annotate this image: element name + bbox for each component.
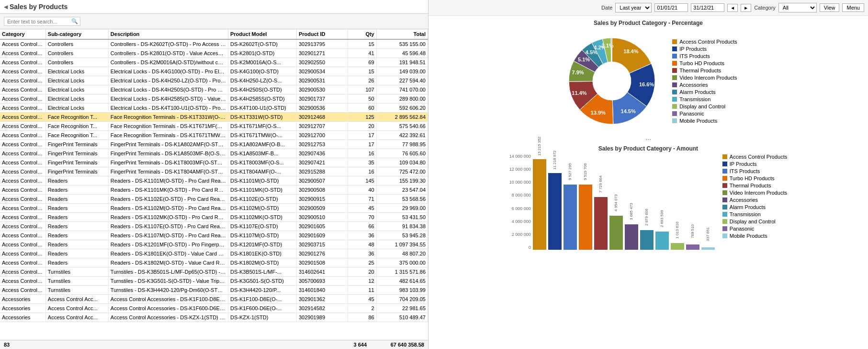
bar-item[interactable] — [701, 247, 715, 250]
svg-text:13.9%: 13.9% — [591, 110, 606, 116]
table-cell: Access Control Pro... — [0, 85, 45, 94]
table-cell: 302912468 — [296, 113, 348, 122]
bar-item[interactable] — [671, 243, 684, 250]
table-row[interactable]: Access Control Pro...ControllersControll… — [0, 39, 428, 49]
bar-legend-item: Display and Control — [722, 219, 787, 224]
table-cell: 302901989 — [296, 313, 348, 322]
bar-value-label: 7 729 664 — [598, 172, 603, 196]
table-row[interactable]: Access Control Pro...FingerPrint Termina… — [0, 149, 428, 158]
col-header-category[interactable]: Category — [0, 29, 45, 39]
bar-wrapper[interactable]: 13 215 352 — [533, 134, 546, 250]
bar-wrapper[interactable]: 1 013 610 — [671, 218, 684, 250]
bar-wrapper[interactable]: 11 218 972 — [548, 148, 562, 250]
table-row[interactable]: AccessoriesAccess Control Acc...Access C… — [0, 295, 428, 304]
bar-wrapper[interactable]: 768 510 — [686, 220, 699, 250]
table-row[interactable]: Access Control Pro...FingerPrint Termina… — [0, 158, 428, 167]
date-preset-select[interactable]: Last year — [615, 3, 652, 12]
col-header-description[interactable]: Description — [108, 29, 228, 39]
table-row[interactable]: Access Control Pro...FingerPrint Termina… — [0, 140, 428, 149]
bar-wrapper[interactable]: 2 693 539 — [655, 207, 669, 250]
table-row[interactable]: Access Control Pro...Face Recognition T.… — [0, 122, 428, 131]
table-cell: Access Control Pro... — [0, 94, 45, 104]
bar-wrapper[interactable]: 4 954 073 — [609, 191, 623, 250]
bar-item[interactable] — [625, 224, 638, 250]
table-row[interactable]: AccessoriesAccess Control Acc...Access C… — [0, 313, 428, 322]
col-header-total[interactable]: Total — [376, 29, 428, 39]
col-header-model[interactable]: Product Model — [228, 29, 297, 39]
table-row[interactable]: Access Control Pro...ReadersReaders - DS… — [0, 195, 428, 204]
table-row[interactable]: Access Control Pro...Electrical LocksEle… — [0, 67, 428, 76]
col-header-subcategory[interactable]: Sub-category — [45, 29, 108, 39]
table-row[interactable]: Access Control Pro...ReadersReaders - DS… — [0, 258, 428, 268]
col-header-qty[interactable]: Qty — [348, 29, 377, 39]
bar-wrapper[interactable]: 9 527 295 — [564, 160, 577, 250]
table-cell: Access Control Pro... — [0, 104, 45, 113]
bar-wrapper[interactable]: 337 651 — [701, 222, 715, 250]
next-date-button[interactable]: ► — [741, 4, 751, 12]
table-cell: Face Recognition Terminals - DS-K1T331W(… — [108, 113, 228, 122]
table-row[interactable]: Access Control Pro...ReadersReaders - DS… — [0, 213, 428, 222]
bar-item[interactable] — [686, 244, 699, 250]
bar-item[interactable] — [564, 185, 577, 250]
table-row[interactable]: Access Control Pro...ControllersControll… — [0, 49, 428, 58]
table-row[interactable]: Access Control Pro...Face Recognition T.… — [0, 131, 428, 140]
bar-item[interactable] — [594, 197, 608, 250]
table-cell: Readers — [45, 213, 108, 222]
table-row[interactable]: Access Control Pro...ReadersReaders - DS… — [0, 240, 428, 249]
search-input[interactable] — [7, 19, 69, 24]
table-row[interactable]: Access Control Pro...FingerPrint Termina… — [0, 167, 428, 176]
table-cell: 20 — [348, 122, 377, 131]
bar-wrapper[interactable]: 2 879 606 — [640, 205, 654, 250]
table-row[interactable]: Access Control Pro...Electrical LocksEle… — [0, 76, 428, 85]
table-cell: DS-K4H250S(O-STD) — [228, 85, 297, 94]
bar-item[interactable] — [640, 230, 654, 250]
bar-item[interactable] — [579, 185, 592, 250]
table-row[interactable]: Access Control Pro...ReadersReaders - DS… — [0, 204, 428, 213]
table-row[interactable]: Access Control Pro...TurnstilesTurnstile… — [0, 277, 428, 286]
col-header-id[interactable]: Product ID — [296, 29, 348, 39]
bar-legend-item: Panasonic — [722, 226, 787, 232]
table-row[interactable]: Access Control Pro...ReadersReaders - DS… — [0, 186, 428, 195]
pie-chart-section: Sales by Product Category - Percentage 1… — [432, 20, 864, 141]
date-from-input[interactable] — [654, 3, 688, 12]
menu-button[interactable]: Menu — [842, 3, 864, 12]
search-box[interactable]: 🔍 — [4, 17, 80, 26]
bar-item[interactable] — [548, 173, 562, 250]
prev-date-button[interactable]: ◄ — [727, 4, 738, 12]
table-cell: 302914582 — [296, 304, 348, 313]
bar-wrapper[interactable]: 7 729 664 — [594, 172, 608, 250]
legend-color-swatch — [672, 75, 677, 80]
table-cell: 86 — [348, 313, 377, 322]
bar-item[interactable] — [655, 232, 669, 250]
table-row[interactable]: Access Control Pro...ReadersReaders - DS… — [0, 249, 428, 258]
table-row[interactable]: Access Control Pro...ControllersControll… — [0, 58, 428, 67]
bar-item[interactable] — [609, 216, 623, 250]
back-arrow[interactable]: ◀ — [4, 4, 8, 10]
table-cell: Electrical Locks - DS-K4H2585(O-STD) - V… — [108, 94, 228, 104]
table-row[interactable]: Access Control Pro...TurnstilesTurnstile… — [0, 286, 428, 295]
date-to-input[interactable] — [691, 3, 724, 12]
category-select[interactable]: All — [778, 3, 817, 12]
bar-item[interactable] — [533, 159, 546, 250]
table-cell: 48 — [348, 240, 377, 249]
table-cell: Access Control Pro... — [0, 67, 45, 76]
table-row[interactable]: Access Control Pro...Electrical LocksEle… — [0, 104, 428, 113]
table-row[interactable]: Access Control Pro...ReadersReaders - DS… — [0, 222, 428, 231]
table-row[interactable]: Access Control Pro...Face Recognition T.… — [0, 113, 428, 122]
bar-legend-label: Accessories — [730, 197, 758, 203]
table-container[interactable]: Category Sub-category Description Produc… — [0, 29, 428, 340]
table-cell: 91 834.38 — [376, 222, 428, 231]
view-button[interactable]: View — [820, 3, 840, 12]
bar-wrapper[interactable]: 3 685 473 — [625, 199, 638, 250]
bar-value-label: 2 693 539 — [660, 207, 664, 231]
table-row[interactable]: Access Control Pro...Electrical LocksEle… — [0, 85, 428, 94]
bar-wrapper[interactable]: 9 519 706 — [579, 160, 592, 250]
table-row[interactable]: Access Control Pro...TurnstilesTurnstile… — [0, 268, 428, 277]
table-row[interactable]: AccessoriesAccess Control Acc...Access C… — [0, 304, 428, 313]
table-row[interactable]: Access Control Pro...ReadersReaders - DS… — [0, 176, 428, 186]
table-row[interactable]: Access Control Pro...ReadersReaders - DS… — [0, 231, 428, 240]
table-row[interactable]: Access Control Pro...Electrical LocksEle… — [0, 94, 428, 104]
table-cell: DS-K2801(O-STD) — [228, 49, 297, 58]
table-cell: 1 097 394.55 — [376, 240, 428, 249]
table-header-row: Category Sub-category Description Produc… — [0, 29, 428, 39]
